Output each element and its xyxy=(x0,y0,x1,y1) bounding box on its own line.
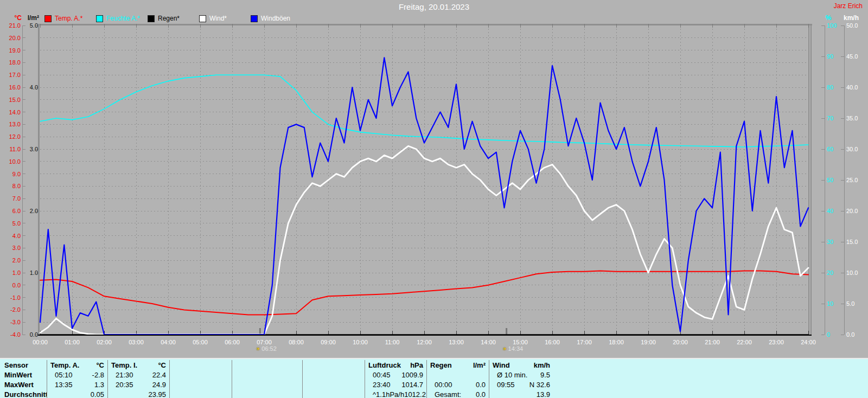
avg-value: 13.9 xyxy=(537,390,550,398)
svg-text:06:00: 06:00 xyxy=(225,339,240,345)
table-row-label-max: MaxWert xyxy=(0,380,47,389)
col-unit: °C xyxy=(96,361,104,369)
svg-text:40: 40 xyxy=(827,208,833,214)
svg-text:17:00: 17:00 xyxy=(577,339,592,345)
table-empty-cell xyxy=(170,389,232,398)
svg-text:70: 70 xyxy=(827,115,833,121)
table-empty-cell xyxy=(303,389,365,398)
svg-text:15.0: 15.0 xyxy=(846,239,858,245)
svg-text:80: 80 xyxy=(827,84,833,91)
max-time: 13:35 xyxy=(50,381,73,389)
weather-chart-plot: 00:0001:0002:0003:0004:0005:0006:0007:00… xyxy=(0,0,868,358)
max-time: 09:55 xyxy=(493,381,515,389)
max-time: 20:35 xyxy=(111,381,133,389)
svg-text:19.0: 19.0 xyxy=(9,47,21,54)
max-value: 1014.7 xyxy=(401,381,423,389)
sun-marker-icon: ☀ xyxy=(256,346,260,352)
svg-text:0: 0 xyxy=(827,331,830,338)
svg-text:0.0: 0.0 xyxy=(846,331,854,338)
svg-text:05:00: 05:00 xyxy=(193,339,208,345)
svg-text:5.0: 5.0 xyxy=(12,220,21,227)
svg-text:14.0: 14.0 xyxy=(9,109,21,115)
svg-text:40.0: 40.0 xyxy=(846,84,858,91)
min-time: 05:10 xyxy=(50,371,73,379)
svg-text:10: 10 xyxy=(827,300,833,307)
max-pressure: 23:40 1014.7 xyxy=(365,380,427,389)
table-row-label-avg: Durchschnitt xyxy=(0,389,47,398)
svg-text:5.0: 5.0 xyxy=(846,300,854,307)
svg-text:24:00: 24:00 xyxy=(801,339,816,345)
max-value: 0.0 xyxy=(476,381,486,389)
svg-text:20.0: 20.0 xyxy=(846,208,858,214)
svg-text:18.0: 18.0 xyxy=(9,59,21,66)
svg-text:30: 30 xyxy=(827,239,833,245)
svg-text:45.0: 45.0 xyxy=(846,53,858,60)
avg-pressure: ^1.1hPa/h 1012.2 xyxy=(365,389,427,398)
col-name: Temp. I. xyxy=(111,361,137,369)
col-name: Wind xyxy=(493,361,510,369)
avg-label: ^1.1hPa/h xyxy=(368,390,404,398)
svg-text:-1.0: -1.0 xyxy=(10,294,21,301)
min-value: 9.5 xyxy=(540,371,550,379)
col-name: Luftdruck xyxy=(368,361,401,369)
svg-text:6.0: 6.0 xyxy=(12,208,21,214)
table-header-temp-a: Temp. A. °C xyxy=(47,360,108,370)
svg-text:0.0: 0.0 xyxy=(12,282,21,288)
svg-text:04:00: 04:00 xyxy=(161,339,176,345)
max-temp-a: 13:35 1.3 xyxy=(47,380,108,389)
min-value: -2.8 xyxy=(92,371,104,379)
table-empty-cell xyxy=(303,380,365,389)
svg-text:11:00: 11:00 xyxy=(385,339,400,345)
svg-text:30.0: 30.0 xyxy=(846,146,858,152)
svg-text:50.0: 50.0 xyxy=(846,22,858,29)
svg-text:25.0: 25.0 xyxy=(846,177,858,183)
svg-text:0.0: 0.0 xyxy=(30,331,38,338)
avg-value: 0.0 xyxy=(476,390,486,398)
svg-text:21:00: 21:00 xyxy=(705,339,720,345)
svg-text:10.0: 10.0 xyxy=(846,269,858,276)
svg-text:16:00: 16:00 xyxy=(545,339,560,345)
svg-text:13:00: 13:00 xyxy=(449,339,464,345)
avg-wind: 13.9 xyxy=(489,389,553,398)
avg-rain: Gesamt: 0.0 xyxy=(427,389,489,398)
svg-text:1.0: 1.0 xyxy=(12,269,21,276)
svg-text:02:00: 02:00 xyxy=(97,339,112,345)
min-rain xyxy=(427,370,489,380)
table-empty-cell xyxy=(170,380,232,389)
min-time: 00:45 xyxy=(368,371,391,379)
min-temp-i: 21:30 22.4 xyxy=(108,370,170,380)
weather-app-window: { "header": { "title": "Freitag, 20.01.2… xyxy=(0,0,868,398)
sensor-stats-table: Sensor Temp. A. °C Temp. I. °C Luftdruck… xyxy=(0,358,868,398)
svg-text:2.0: 2.0 xyxy=(30,208,38,214)
svg-text:20:00: 20:00 xyxy=(673,339,688,345)
table-header-sensor: Sensor xyxy=(0,360,47,370)
svg-text:3.0: 3.0 xyxy=(30,146,38,152)
col-unit: hPa xyxy=(410,361,423,369)
max-value: N 32.6 xyxy=(529,381,550,389)
avg-label: Gesamt: xyxy=(430,390,461,398)
table-empty-cell xyxy=(232,360,303,370)
svg-text:13.0: 13.0 xyxy=(9,121,21,127)
svg-text:3.0: 3.0 xyxy=(12,245,21,251)
min-value: 22.4 xyxy=(152,371,166,379)
svg-text:50: 50 xyxy=(827,177,833,183)
svg-text:2.0: 2.0 xyxy=(12,257,21,264)
col-unit: °C xyxy=(158,361,166,369)
svg-text:-4.0: -4.0 xyxy=(10,331,21,338)
max-time: 00:00 xyxy=(430,381,452,389)
svg-text:08:00: 08:00 xyxy=(289,339,304,345)
table-empty-cell xyxy=(232,370,303,380)
table-empty-cell xyxy=(232,389,303,398)
svg-text:7.0: 7.0 xyxy=(12,195,21,202)
col-unit: km/h xyxy=(534,361,550,369)
table-header-pressure: Luftdruck hPa xyxy=(365,360,427,370)
svg-text:-2.0: -2.0 xyxy=(10,306,21,313)
svg-text:12:00: 12:00 xyxy=(417,339,432,345)
svg-text:-3.0: -3.0 xyxy=(10,319,21,325)
svg-text:18:00: 18:00 xyxy=(609,339,624,345)
svg-text:90: 90 xyxy=(827,53,833,60)
svg-text:07:00: 07:00 xyxy=(257,339,272,345)
svg-text:20: 20 xyxy=(827,269,833,276)
svg-text:22:00: 22:00 xyxy=(737,339,752,345)
min-wind: Ø 10 min. 9.5 xyxy=(489,370,553,380)
